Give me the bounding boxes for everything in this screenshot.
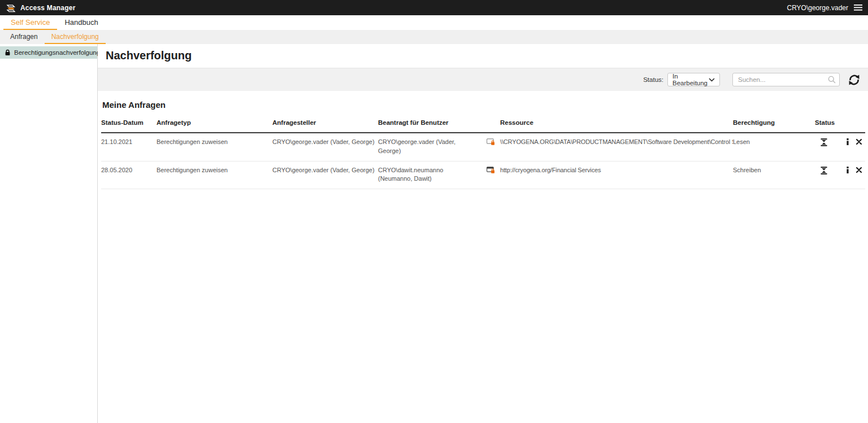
main-tabbar: Self Service Handbuch xyxy=(0,15,868,30)
hamburger-menu-icon[interactable] xyxy=(854,5,862,11)
hourglass-icon xyxy=(815,166,844,177)
app-title: Access Manager xyxy=(20,4,76,12)
status-filter-select[interactable]: In Bearbeitung xyxy=(667,73,720,86)
col-beantragt-fuer: Beantragt für Benutzer xyxy=(378,118,487,128)
current-user-label: CRYO\george.vader xyxy=(787,4,848,12)
refresh-icon xyxy=(848,73,861,86)
cancel-icon xyxy=(856,139,862,145)
cell-beantragt-fuer: CRYO\dawit.neumanno (Neumanno, Dawit) xyxy=(378,166,487,184)
search-icon xyxy=(828,76,836,86)
cell-status-datum: 21.10.2021 xyxy=(101,138,157,147)
info-icon xyxy=(847,138,849,145)
sidebar-item-berechtigungsnachverfolgung[interactable]: Berechtigungsnachverfolgung xyxy=(0,46,97,59)
table-row: 28.05.2020 Berechtigungen zuweisen CRYO\… xyxy=(101,162,865,190)
table-body: 21.10.2021 Berechtigungen zuweisen CRYO\… xyxy=(101,133,865,190)
section-title: Meine Anfragen xyxy=(102,100,868,110)
web-resource-lock-icon xyxy=(487,166,500,177)
row-actions xyxy=(844,166,865,173)
app-logo-icon xyxy=(6,3,16,13)
cell-ressource: \\CRYOGENA.ORG\DATA\PRODUCTMANAGEMENT\So… xyxy=(500,138,733,147)
cell-anfragetyp: Berechtigungen zuweisen xyxy=(157,166,272,175)
col-ressource: Ressource xyxy=(500,118,733,128)
page-title-bar: Nachverfolgung xyxy=(98,44,868,68)
share-resource-lock-icon xyxy=(487,138,500,149)
sidebar-item-label: Berechtigungsnachverfolgung xyxy=(14,49,100,56)
cancel-icon xyxy=(856,167,862,173)
topbar: Access Manager CRYO\george.vader xyxy=(0,0,868,15)
cell-anfragetyp: Berechtigungen zuweisen xyxy=(157,138,272,147)
cell-berechtigung: Lesen xyxy=(733,138,815,147)
tab-self-service[interactable]: Self Service xyxy=(3,15,57,30)
refresh-button[interactable] xyxy=(848,73,861,86)
col-status-datum: Status-Datum xyxy=(101,118,157,128)
hourglass-icon xyxy=(815,138,844,149)
table-row: 21.10.2021 Berechtigungen zuweisen CRYO\… xyxy=(101,133,865,162)
col-berechtigung: Berechtigung xyxy=(733,118,815,128)
info-button[interactable] xyxy=(847,138,849,145)
status-filter-value: In Bearbeitung xyxy=(672,73,709,86)
status-filter-label: Status: xyxy=(643,76,663,83)
cell-ressource: http://cryogena.org/Financial Services xyxy=(500,166,733,175)
chevron-down-icon xyxy=(709,78,715,82)
content-area: Nachverfolgung Status: In Bearbeitung xyxy=(98,44,868,423)
info-button[interactable] xyxy=(847,167,849,173)
row-actions xyxy=(844,138,865,145)
col-anfragetyp: Anfragetyp xyxy=(157,118,272,128)
filter-toolbar: Status: In Bearbeitung xyxy=(98,68,868,91)
page-title: Nachverfolgung xyxy=(106,49,859,62)
cell-anfragesteller: CRYO\george.vader (Vader, George) xyxy=(272,138,378,147)
cell-anfragesteller: CRYO\george.vader (Vader, George) xyxy=(272,166,378,175)
sub-tabbar: Anfragen Nachverfolgung xyxy=(0,30,868,44)
cell-beantragt-fuer: CRYO\george.vader (Vader, George) xyxy=(378,138,487,156)
search-input[interactable] xyxy=(732,73,840,86)
sidebar: Berechtigungsnachverfolgung xyxy=(0,44,98,423)
tab-handbuch[interactable]: Handbuch xyxy=(57,15,105,30)
subtab-anfragen[interactable]: Anfragen xyxy=(3,30,45,44)
requests-table: Status-Datum Anfragetyp Anfragesteller B… xyxy=(101,115,865,189)
col-status: Status xyxy=(815,118,844,128)
lock-icon xyxy=(5,49,11,56)
cancel-request-button[interactable] xyxy=(856,167,862,173)
info-icon xyxy=(847,167,849,173)
cancel-request-button[interactable] xyxy=(856,139,862,145)
table-header: Status-Datum Anfragetyp Anfragesteller B… xyxy=(101,115,865,133)
cell-berechtigung: Schreiben xyxy=(733,166,815,175)
col-anfragesteller: Anfragesteller xyxy=(272,118,378,128)
subtab-nachverfolgung[interactable]: Nachverfolgung xyxy=(45,30,106,44)
cell-status-datum: 28.05.2020 xyxy=(101,166,157,175)
